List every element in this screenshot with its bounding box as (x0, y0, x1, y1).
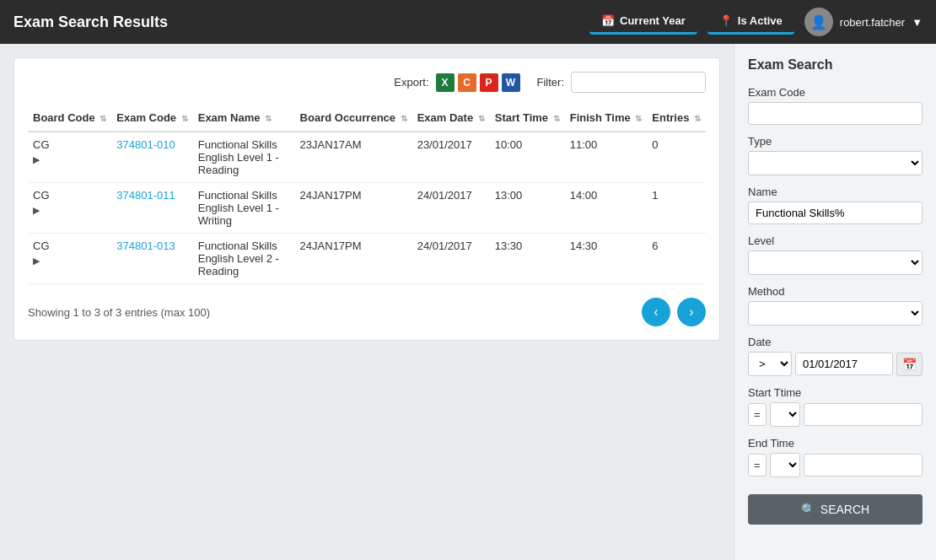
left-panel: Export: X C P W Filter: Board Code ⇅ Exa… (0, 44, 734, 560)
search-btn-label: SEARCH (820, 503, 869, 516)
export-word-button[interactable]: W (502, 73, 520, 92)
table-row: CG ▶ 374801-011 Functional Skills Englis… (28, 183, 706, 234)
export-pdf-button[interactable]: P (480, 73, 498, 92)
prev-page-button[interactable]: ‹ (642, 298, 670, 326)
col-finish-time[interactable]: Finish Time ⇅ (565, 105, 648, 132)
right-panel: Exam Search Exam Code Type Name Level Me… (734, 44, 936, 560)
date-input[interactable] (795, 353, 893, 375)
cell-entries: 1 (647, 183, 706, 234)
type-select[interactable] (748, 151, 923, 175)
search-panel-title: Exam Search (748, 57, 923, 73)
current-year-button[interactable]: 📅 Current Year (589, 9, 697, 35)
cell-exam-name: Functional Skills English Level 1 - Writ… (193, 183, 295, 234)
col-exam-name[interactable]: Exam Name ⇅ (193, 105, 295, 132)
expand-button[interactable]: ▶ (33, 154, 106, 165)
col-exam-date[interactable]: Exam Date ⇅ (412, 105, 490, 132)
exam-code-link[interactable]: 374801-013 (116, 240, 175, 252)
method-select[interactable] (748, 301, 923, 326)
date-group: Date > = < 📅 (748, 336, 923, 376)
table-row: CG ▶ 374801-010 Functional Skills Englis… (28, 132, 706, 183)
method-group: Method (748, 285, 923, 326)
export-xls-button[interactable]: X (436, 73, 455, 92)
cell-exam-name: Functional Skills English Level 2 - Read… (193, 234, 295, 284)
cell-exam-name: Functional Skills English Level 1 - Read… (193, 132, 295, 183)
cell-start-time: 13:30 (490, 234, 565, 284)
dropdown-icon: ▼ (912, 16, 923, 29)
filter-label: Filter: (537, 76, 565, 89)
cell-board-occurrence: 24JAN17PM (295, 234, 412, 284)
page-buttons: ‹ › (642, 298, 706, 326)
pagination-bar: Showing 1 to 3 of 3 entries (max 100) ‹ … (28, 298, 706, 326)
type-group: Type (748, 135, 923, 175)
expand-button[interactable]: ▶ (33, 256, 106, 267)
start-time-operator-select[interactable]: = (770, 402, 800, 427)
start-time-row: = = (748, 402, 923, 427)
date-label: Date (748, 336, 923, 348)
cell-exam-date: 23/01/2017 (412, 132, 490, 183)
cell-board-occurrence: 23JAN17AM (295, 132, 412, 183)
current-year-label: Current Year (620, 14, 686, 27)
col-exam-code[interactable]: Exam Code ⇅ (111, 105, 192, 132)
search-button[interactable]: 🔍 SEARCH (748, 494, 923, 525)
cell-board-code: CG ▶ (28, 132, 111, 183)
cell-finish-time: 14:30 (565, 234, 648, 284)
header: Exam Search Results 📅 Current Year 📍 Is … (0, 0, 936, 44)
cell-exam-date: 24/01/2017 (412, 183, 490, 234)
level-select[interactable] (748, 250, 923, 275)
exam-code-label: Exam Code (748, 86, 923, 99)
col-board-occurrence[interactable]: Board Occurrence ⇅ (295, 105, 412, 132)
name-group: Name (748, 186, 923, 224)
is-active-label: Is Active (738, 14, 783, 27)
end-time-label: End Time (748, 437, 923, 450)
cell-entries: 0 (647, 132, 706, 183)
avatar: 👤 (804, 8, 833, 36)
search-icon: 🔍 (801, 503, 815, 516)
expand-button[interactable]: ▶ (33, 205, 106, 216)
end-time-operator-select[interactable]: = (770, 453, 800, 477)
filter-input[interactable] (571, 72, 706, 93)
export-csv-button[interactable]: C (458, 73, 476, 92)
exam-code-group: Exam Code (748, 86, 923, 125)
end-time-eq-label: = (748, 454, 767, 477)
method-label: Method (748, 285, 923, 298)
end-time-input[interactable] (804, 454, 923, 477)
exam-code-input[interactable] (748, 102, 923, 125)
main-layout: Export: X C P W Filter: Board Code ⇅ Exa… (0, 44, 936, 560)
showing-text: Showing 1 to 3 of 3 entries (max 100) (28, 306, 210, 319)
end-time-group: End Time = = (748, 437, 923, 477)
cell-finish-time: 14:00 (565, 183, 648, 234)
exam-code-link[interactable]: 374801-010 (116, 138, 175, 151)
cell-exam-date: 24/01/2017 (412, 234, 490, 284)
start-time-eq-label: = (748, 403, 767, 426)
results-card: Export: X C P W Filter: Board Code ⇅ Exa… (13, 57, 720, 341)
username: robert.fatcher (840, 16, 905, 29)
table-row: CG ▶ 374801-013 Functional Skills Englis… (28, 234, 706, 284)
cell-finish-time: 11:00 (565, 132, 648, 183)
start-time-input[interactable] (804, 403, 923, 426)
cell-board-code: CG ▶ (28, 234, 111, 284)
col-entries[interactable]: Entries ⇅ (647, 105, 706, 132)
calendar-icon: 📅 (601, 14, 615, 27)
date-operator-select[interactable]: > = < (748, 352, 792, 376)
export-label: Export: (394, 76, 428, 89)
cell-start-time: 10:00 (490, 132, 565, 183)
cell-board-occurrence: 24JAN17PM (295, 183, 412, 234)
level-label: Level (748, 234, 923, 247)
export-bar: Export: X C P W Filter: (28, 72, 706, 93)
is-active-button[interactable]: 📍 Is Active (707, 9, 794, 35)
name-label: Name (748, 186, 923, 198)
start-time-label: Start Ttime (748, 386, 923, 399)
next-page-button[interactable]: › (677, 298, 706, 326)
export-icons: X C P W (436, 73, 520, 92)
date-calendar-button[interactable]: 📅 (896, 353, 923, 376)
start-time-group: Start Ttime = = (748, 386, 923, 427)
cell-start-time: 13:00 (490, 183, 565, 234)
name-input[interactable] (748, 202, 923, 224)
col-start-time[interactable]: Start Time ⇅ (490, 105, 565, 132)
type-label: Type (748, 135, 923, 148)
user-menu[interactable]: 👤 robert.fatcher ▼ (804, 8, 923, 36)
col-board-code[interactable]: Board Code ⇅ (28, 105, 111, 132)
cell-entries: 6 (647, 234, 706, 284)
exam-code-link[interactable]: 374801-011 (116, 189, 175, 202)
results-table: Board Code ⇅ Exam Code ⇅ Exam Name ⇅ Boa… (28, 105, 706, 284)
